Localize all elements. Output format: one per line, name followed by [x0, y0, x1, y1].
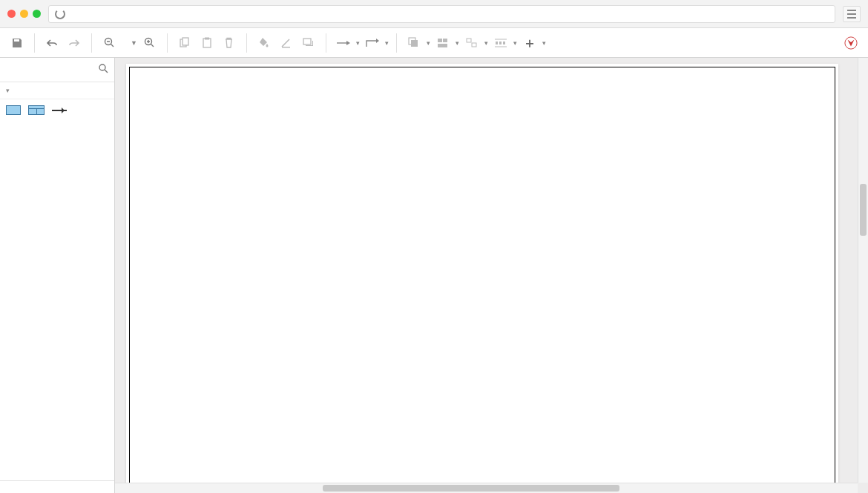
- shape-panel: [0, 58, 115, 493]
- zoom-dropdown-icon[interactable]: ▼: [131, 39, 137, 47]
- connector-style-button[interactable]: [334, 33, 353, 53]
- group-button[interactable]: [462, 33, 481, 53]
- align-dropdown-icon[interactable]: ▾: [456, 39, 459, 47]
- browser-menu-icon[interactable]: [843, 6, 861, 22]
- main-toolbar: ▼ ▾ ▾ ▾ ▾ ▾ ▾ ＋ ▾: [0, 28, 868, 58]
- zoom-out-button[interactable]: [99, 33, 119, 53]
- search-input[interactable]: [6, 64, 99, 75]
- distribute-dropdown-icon[interactable]: ▾: [513, 39, 517, 47]
- svg-rect-15: [496, 42, 498, 44]
- svg-rect-14: [472, 43, 476, 47]
- svg-point-19: [99, 64, 105, 70]
- palette-body: [0, 99, 114, 121]
- line-color-button[interactable]: [277, 33, 296, 53]
- shape-task-table-icon[interactable]: [28, 105, 45, 115]
- redo-button[interactable]: [65, 33, 84, 53]
- svg-rect-11: [443, 39, 447, 42]
- svg-rect-4: [203, 39, 211, 47]
- svg-rect-16: [499, 42, 502, 44]
- copy-button[interactable]: [175, 33, 194, 53]
- window-traffic-lights: [7, 10, 41, 18]
- brand-badge: [844, 36, 861, 50]
- add-button[interactable]: ＋: [520, 33, 539, 53]
- svg-rect-10: [438, 39, 442, 42]
- svg-rect-7: [303, 39, 311, 44]
- scrollbar-horizontal[interactable]: [115, 483, 858, 493]
- app-frame: ▼ ▾ ▾ ▾ ▾ ▾ ▾ ＋ ▾: [0, 28, 868, 493]
- canvas-viewport[interactable]: [115, 58, 868, 493]
- waypoint-style-button[interactable]: [363, 33, 382, 53]
- diagram-canvas[interactable]: [126, 64, 838, 493]
- distribute-button[interactable]: [491, 33, 510, 53]
- scrollbar-vertical[interactable]: [858, 58, 868, 483]
- connector-dropdown-icon[interactable]: ▾: [356, 39, 360, 47]
- shape-task-icon[interactable]: [6, 105, 21, 115]
- align-button[interactable]: [433, 33, 453, 53]
- svg-rect-6: [282, 47, 290, 48]
- more-shapes-button[interactable]: [0, 480, 114, 493]
- order-dropdown-icon[interactable]: ▾: [427, 39, 430, 47]
- maximize-window-icon[interactable]: [33, 10, 41, 18]
- svg-rect-5: [205, 38, 209, 40]
- add-dropdown-icon[interactable]: ▾: [542, 39, 546, 47]
- scrollbar-thumb[interactable]: [860, 184, 867, 236]
- waypoint-dropdown-icon[interactable]: ▾: [385, 39, 389, 47]
- paste-button[interactable]: [197, 33, 217, 53]
- url-bar[interactable]: [48, 5, 835, 23]
- brand-logo-icon: [844, 36, 858, 50]
- shadow-button[interactable]: [299, 33, 318, 53]
- bring-front-button[interactable]: [404, 33, 424, 53]
- shape-connector-icon[interactable]: [52, 110, 67, 111]
- browser-bar: [0, 0, 868, 28]
- minimize-window-icon[interactable]: [20, 10, 28, 18]
- delete-button[interactable]: [220, 33, 239, 53]
- svg-rect-8: [411, 40, 418, 47]
- svg-rect-17: [503, 42, 505, 44]
- svg-rect-13: [467, 39, 471, 42]
- group-dropdown-icon[interactable]: ▾: [484, 39, 488, 47]
- undo-button[interactable]: [42, 33, 62, 53]
- save-button[interactable]: [7, 33, 27, 53]
- search-shapes-box[interactable]: [0, 58, 114, 82]
- svg-rect-3: [183, 38, 188, 45]
- close-window-icon[interactable]: [7, 10, 16, 18]
- svg-rect-12: [438, 44, 447, 47]
- scrollbar-thumb[interactable]: [323, 485, 619, 492]
- reload-icon[interactable]: [55, 9, 65, 19]
- fill-color-button[interactable]: [254, 33, 274, 53]
- workspace: ıı: [0, 58, 868, 493]
- zoom-in-button[interactable]: [140, 33, 160, 53]
- palette-section-pert[interactable]: [0, 82, 114, 99]
- search-icon[interactable]: [99, 64, 108, 76]
